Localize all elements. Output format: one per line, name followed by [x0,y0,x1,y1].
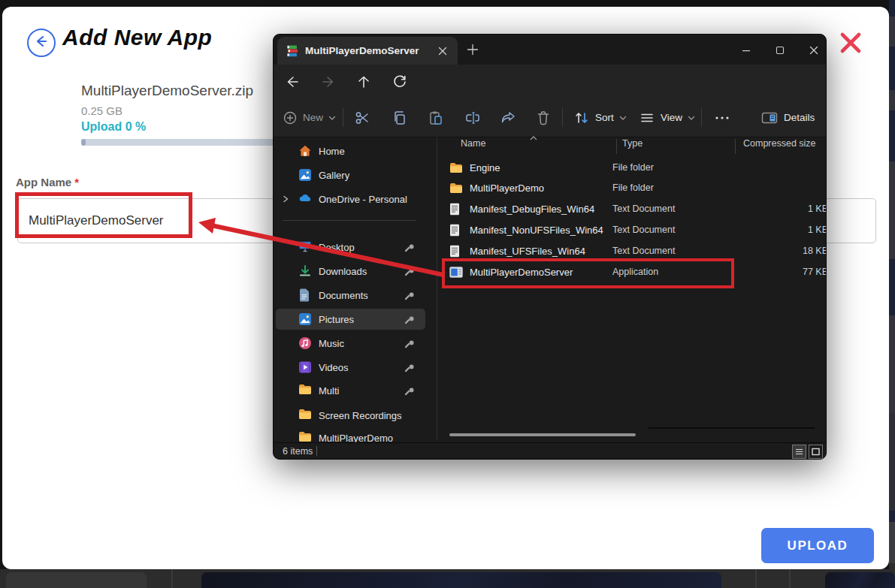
pane-divider [437,137,437,440]
nav-back-icon[interactable] [284,74,301,90]
column-divider [616,139,617,154]
paste-button[interactable] [428,98,444,137]
file-row-multiplayerdemoserver[interactable]: MultiPlayerDemoServerApplication77 KB [445,261,827,282]
file-name: Engine [470,162,612,173]
sidebar-item-videos[interactable]: Videos [276,357,425,378]
toolbar-separator [562,108,563,127]
nav-refresh-icon[interactable] [392,74,408,90]
file-row-manifest-debugfiles-win64[interactable]: Manifest_DebugFiles_Win64Text Document1 … [445,198,827,219]
sidebar-item-documents[interactable]: Documents [276,285,425,306]
application-icon [449,265,463,279]
file-row-manifest-ufsfiles-win64[interactable]: Manifest_UFSFiles_Win64Text Document18 K… [445,240,827,261]
sidebar-item-gallery[interactable]: Gallery [276,164,425,185]
text-file-icon [449,202,463,216]
horizontal-scrollbar[interactable] [449,433,636,436]
file-row-manifest-nonufsfiles-win64[interactable]: Manifest_NonUFSFiles_Win64Text Document1… [445,219,827,240]
large-icons-view-toggle[interactable] [809,445,823,459]
onedrive-icon [298,192,312,206]
background-band [889,110,895,161]
column-header-name[interactable]: Name [461,138,485,149]
background-band [889,161,895,259]
sort-button[interactable]: Sort [573,98,627,137]
sidebar-item-multi[interactable]: Multi [276,380,425,401]
file-compressed-size: 1 KB [721,204,827,214]
text-file-icon [449,223,463,237]
modal-close-button[interactable] [838,30,863,56]
status-divider [316,446,317,456]
rename-button[interactable] [464,98,481,137]
folder-icon [449,181,463,194]
music-icon [298,336,312,350]
background-band [889,511,895,522]
expander-chevron-icon[interactable] [281,194,290,204]
sidebar-item-home[interactable]: Home [276,140,425,161]
column-header-size[interactable]: Compressed size [743,138,816,149]
sidebar-item-label: Documents [319,290,405,301]
file-type: Text Document [612,204,721,214]
window-maximize-button[interactable] [770,44,790,56]
tab-close-icon[interactable] [437,45,449,57]
sidebar-item-music[interactable]: Music [276,333,425,354]
file-compressed-size: 1 KB [721,225,827,235]
ellipsis-icon [713,110,731,126]
explorer-titlebar[interactable]: MultiPlayerDemoServer [274,35,826,65]
desktop-icon [298,240,312,254]
trash-icon [535,110,552,126]
share-icon [500,110,516,126]
background-card [201,572,721,588]
sidebar-item-label: Pictures [319,314,405,325]
upload-button[interactable]: UPLOAD [761,528,874,563]
sidebar-item-onedrive-personal[interactable]: OneDrive - Personal [276,188,425,210]
cut-button[interactable] [354,98,370,137]
view-label: View [661,112,682,123]
nav-up-icon[interactable] [355,74,372,90]
sidebar-item-label: Gallery [319,170,425,181]
sort-ascending-caret-icon [529,131,538,144]
downloads-icon [298,264,312,278]
pictures-icon [298,312,312,326]
page-background-top [0,0,895,7]
cut-icon [354,110,370,126]
details-label: Details [784,112,815,123]
window-close-button[interactable] [804,44,824,56]
pin-icon [405,243,415,252]
explorer-tab[interactable]: MultiPlayerDemoServer [277,37,458,65]
sidebar-item-desktop[interactable]: Desktop [276,237,425,258]
sidebar-item-pictures[interactable]: Pictures [276,309,425,330]
new-tab-button[interactable] [466,43,479,56]
sidebar-item-downloads[interactable]: Downloads [276,261,425,282]
documents-icon [298,288,312,302]
new-button[interactable]: New [283,98,337,137]
file-row-engine[interactable]: EngineFile folder [445,157,827,178]
background-card [6,572,147,588]
pin-icon [405,363,415,372]
nav-forward-icon[interactable] [320,74,337,90]
file-row-multiplayerdemo[interactable]: MultiPlayerDemoFile folder [445,177,827,198]
share-button[interactable] [500,98,516,137]
sidebar-item-screen-recordings[interactable]: Screen Recordings [276,405,425,426]
file-explorer-window: MultiPlayerDemoServer ⋯ MultiPlayerDemoS… [273,34,827,460]
file-name: MultiPlayerDemo [470,182,612,194]
window-minimize-button[interactable] [736,44,756,56]
back-button[interactable] [27,29,56,57]
list-view-toggle[interactable] [792,445,806,459]
upload-progress-label: Upload 0 % [81,120,146,134]
home-icon [298,144,312,158]
page-title: Add New App [62,25,212,50]
copy-button[interactable] [392,98,408,137]
column-header-type[interactable]: Type [622,138,643,149]
pin-icon [405,315,415,324]
view-button[interactable]: View [639,98,696,137]
file-name: Manifest_NonUFSFiles_Win64 [470,225,612,236]
gallery-icon [298,168,312,182]
page-background-bottom [0,569,895,588]
view-icon [639,110,655,126]
large-icons-view-icon [811,447,821,457]
file-compressed-size: 18 KB [721,246,827,256]
more-options-button[interactable] [713,98,731,137]
folder-icon [449,161,463,174]
background-divider [171,569,173,588]
details-button[interactable]: Details [760,98,815,137]
chevron-down-icon [618,113,627,122]
explorer-command-bar: New Sort View [274,98,826,137]
